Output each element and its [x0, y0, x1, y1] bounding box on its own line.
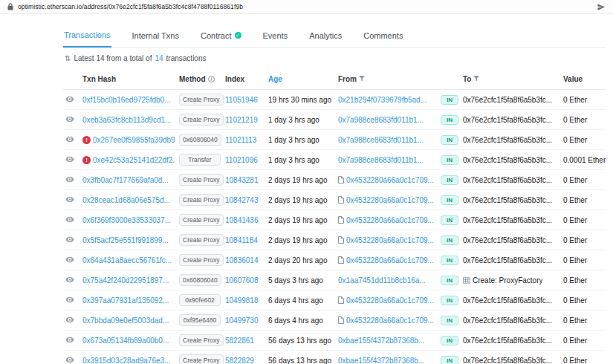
eye-icon[interactable] — [63, 236, 74, 243]
txn-hash-link[interactable]: 0x3fb0ac7f177669afa0d... — [82, 176, 169, 184]
txn-hash-link[interactable]: 0x28ceac1d68a06e575d... — [82, 196, 170, 204]
method-badge[interactable]: Create Proxy — [179, 174, 224, 186]
method-badge[interactable]: Create Proxy — [179, 214, 224, 226]
eye-icon[interactable] — [63, 116, 74, 123]
index-link[interactable]: 11051946 — [225, 96, 258, 104]
summary-count[interactable]: 14 — [155, 54, 163, 62]
method-badge[interactable]: Create Proxy — [179, 334, 224, 346]
index-link[interactable]: 10843281 — [225, 176, 259, 184]
eye-icon[interactable] — [63, 337, 74, 343]
eye-icon[interactable] — [63, 216, 74, 223]
tab-analytics[interactable]: Analytics — [308, 25, 343, 47]
index-link[interactable]: 10499730 — [225, 316, 259, 325]
eye-icon[interactable] — [63, 357, 74, 363]
txn-hash-link[interactable]: 0x5f5acf25e551f991899... — [82, 236, 169, 244]
method-badge[interactable]: Create Proxy — [179, 234, 224, 246]
method-badge[interactable]: Create Proxy — [179, 194, 224, 206]
txn-hash-link[interactable]: 0xe42c53a25141d22df2... — [93, 156, 175, 164]
cell-txn-hash: 0xeb3a63fc8cb113d9cd1... — [82, 116, 179, 124]
tab-events[interactable]: Events — [262, 25, 289, 47]
txn-hash-link[interactable]: 0x267ee0f59855fa39db9... — [93, 136, 175, 144]
eye-icon[interactable] — [63, 156, 74, 163]
age-text: 5 days 3 hrs ago — [268, 276, 323, 285]
tab-internal-txns-label: Internal Txns — [132, 31, 179, 40]
method-badge[interactable]: Create Proxy — [179, 354, 224, 364]
send-icon[interactable] — [597, 3, 606, 11]
cell-value: 0 Ether — [563, 357, 606, 364]
index-link[interactable]: 10499818 — [225, 296, 259, 305]
cell-eye — [63, 96, 82, 104]
url-text[interactable]: optimistic.etherscan.io/address/0x76e2cf… — [18, 3, 597, 10]
method-badge[interactable]: Transfer — [179, 154, 221, 166]
from-address-link[interactable]: 0xbae155f4372b87368b... — [338, 337, 424, 345]
sort-icon: ⇅ — [65, 54, 71, 62]
index-link[interactable]: 10836014 — [225, 256, 259, 264]
method-badge[interactable]: 0x90fe602 — [179, 294, 221, 306]
cell-from: 0x21b294f0739679fb5ad... — [338, 96, 441, 104]
direction-badge: IN — [441, 256, 458, 265]
index-link[interactable]: 10607608 — [225, 276, 259, 285]
method-badge[interactable]: 0x60806040 — [179, 134, 221, 146]
from-address-link[interactable]: 0x4532280a66a0c1c709... — [346, 316, 434, 325]
cell-txn-hash: 0x75a42f240d22951897... — [82, 276, 179, 285]
from-address-link[interactable]: 0x4532280a66a0c1c709... — [346, 296, 434, 305]
method-badge[interactable]: 0x60806040 — [179, 274, 221, 286]
from-address-link[interactable]: 0x7a988ce8683fd011b1... — [338, 136, 424, 144]
index-link[interactable]: 10842743 — [225, 196, 259, 204]
from-address-link[interactable]: 0x4532280a66a0c1c709... — [346, 256, 434, 264]
cell-to: 0x76e2cfc1f5fa8f6a5b3fc... — [463, 196, 563, 204]
index-link[interactable]: 11021219 — [225, 116, 258, 124]
from-address-link[interactable]: 0x7a988ce8683fd011b1... — [338, 116, 424, 124]
index-link[interactable]: 11021113 — [225, 136, 256, 144]
index-link[interactable]: 10841436 — [225, 216, 259, 224]
from-address-link[interactable]: 0x4532280a66a0c1c709... — [346, 236, 434, 244]
eye-icon[interactable] — [63, 196, 74, 203]
txn-hash-link[interactable]: 0x75a42f240d22951897... — [82, 276, 169, 285]
method-badge[interactable]: Create Proxy — [179, 254, 224, 266]
txn-hash-link[interactable]: 0x64a431a8aecc56761fc... — [82, 256, 172, 264]
tab-contract[interactable]: Contract ✓ — [200, 25, 242, 47]
eye-icon[interactable] — [63, 256, 74, 263]
to-filter-icon[interactable] — [473, 76, 479, 82]
cell-method: 0x90fe602 — [179, 294, 225, 306]
from-address-link[interactable]: 0x1aa7451dd11b8cb16a... — [338, 276, 426, 285]
to-address-text: 0x76e2cfc1f5fa8f6a5b3fc... — [463, 156, 552, 164]
txn-hash-link[interactable]: 0x7bbda09e0ef5003dad... — [82, 316, 169, 325]
txn-hash-link[interactable]: 0x397aa07931af135092... — [82, 296, 169, 305]
from-address-link[interactable]: 0x21b294f0739679fb5ad... — [338, 96, 426, 104]
eye-icon[interactable] — [63, 296, 74, 303]
index-link[interactable]: 5822861 — [225, 337, 254, 345]
tab-transactions[interactable]: Transactions — [63, 25, 111, 48]
index-link[interactable]: 5822829 — [225, 357, 254, 364]
index-link[interactable]: 11021096 — [225, 156, 258, 164]
method-badge[interactable]: Create Proxy — [179, 114, 224, 126]
tab-comments[interactable]: Comments — [363, 25, 403, 47]
direction-badge: IN — [441, 115, 458, 125]
cell-eye — [63, 136, 82, 144]
txn-hash-link[interactable]: 0xeb3a63fc8cb113d9cd1... — [82, 116, 171, 124]
tab-internal-txns[interactable]: Internal Txns — [132, 25, 180, 47]
method-badge[interactable]: 0xf95e6480 — [179, 314, 221, 326]
info-icon[interactable]: i — [208, 76, 215, 82]
header-age[interactable]: Age — [268, 75, 338, 83]
eye-icon[interactable] — [63, 96, 74, 103]
from-filter-icon[interactable] — [359, 76, 365, 82]
from-address-link[interactable]: 0xbae155f4372b87368b... — [338, 357, 424, 364]
from-address-link[interactable]: 0x4532280a66a0c1c709... — [346, 176, 434, 184]
table-body: 0xf15bc0b16ed9725fdb0... Create Proxy 11… — [63, 90, 606, 364]
from-address-link[interactable]: 0x7a988ce8683fd011b1... — [338, 156, 424, 164]
txn-hash-link[interactable]: 0x6f369f3000e33533037... — [82, 216, 171, 224]
from-address-link[interactable]: 0x4532280a66a0c1c709... — [346, 196, 434, 204]
txn-hash-link[interactable]: 0xf15bc0b16ed9725fdb0... — [82, 96, 170, 104]
index-link[interactable]: 10841184 — [225, 236, 258, 244]
from-address-link[interactable]: 0x4532280a66a0c1c709... — [346, 216, 434, 224]
eye-icon[interactable] — [63, 176, 74, 183]
eye-icon[interactable] — [63, 276, 74, 283]
txn-hash-link[interactable]: 0x3915d03c28ad9a76e3... — [82, 357, 170, 364]
eye-icon[interactable] — [63, 316, 74, 323]
cell-method: 0x60806040 — [179, 274, 225, 286]
eye-icon[interactable] — [63, 136, 74, 143]
method-badge[interactable]: Create Proxy — [179, 94, 224, 105]
txn-hash-link[interactable]: 0x673a05134fb89a00b0... — [82, 337, 169, 345]
age-text: 2 days 19 hrs ago — [268, 236, 328, 244]
